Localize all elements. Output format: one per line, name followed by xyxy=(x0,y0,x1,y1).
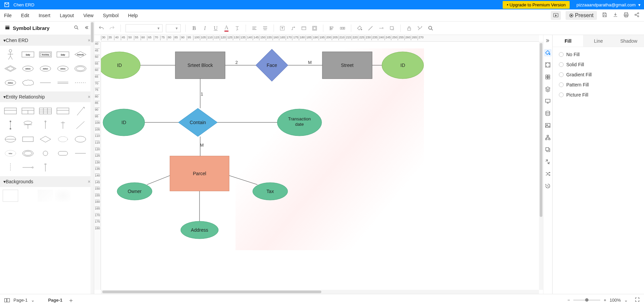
shape-hline[interactable] xyxy=(73,147,88,159)
shape-weak-entity[interactable]: Weak Entity xyxy=(38,48,53,61)
save-icon[interactable] xyxy=(602,12,608,19)
menu-help[interactable]: Help xyxy=(128,13,138,18)
shape-relationship[interactable]: Relationship xyxy=(73,48,88,61)
shape-multi-attribute[interactable] xyxy=(73,63,88,75)
share-icon[interactable] xyxy=(634,12,640,19)
menu-insert[interactable]: Insert xyxy=(39,13,50,18)
container-icon[interactable] xyxy=(300,25,308,32)
font-size-combo[interactable]: ▾ xyxy=(166,24,181,32)
undo-icon[interactable] xyxy=(98,25,105,32)
zoom-slider[interactable] xyxy=(573,300,600,301)
shape-entity[interactable]: Entity xyxy=(20,48,36,61)
fill-bucket-icon[interactable] xyxy=(356,25,363,32)
expand-icon[interactable] xyxy=(544,37,551,44)
dimensions-panel-icon[interactable] xyxy=(544,146,551,153)
shape-line-dash[interactable] xyxy=(73,77,88,89)
tree-panel-icon[interactable] xyxy=(544,134,551,141)
shape-attribute3[interactable]: Attribute xyxy=(55,63,71,75)
tab-shadow[interactable]: Shadow xyxy=(614,35,644,47)
shape-derived[interactable]: Derived xyxy=(3,147,18,159)
shape-table3[interactable] xyxy=(38,105,53,117)
clear-format-icon[interactable] xyxy=(234,25,241,32)
insert-icon[interactable] xyxy=(311,25,318,32)
tab-fill[interactable]: Fill xyxy=(553,35,583,47)
fill-option-gradient[interactable]: Gradient Fill xyxy=(559,72,638,77)
fill-option-solid[interactable]: Solid Fill xyxy=(559,62,638,67)
shape-rounded[interactable] xyxy=(55,147,71,159)
zoom-out-button[interactable]: − xyxy=(568,298,570,303)
layers-panel-icon[interactable] xyxy=(544,85,551,93)
shape-attribute4[interactable]: Attribute xyxy=(3,77,18,89)
align-objects-icon[interactable] xyxy=(328,25,335,32)
bg-thumb-1[interactable] xyxy=(3,190,18,202)
image-panel-icon[interactable] xyxy=(544,122,551,129)
shape-ellipse[interactable] xyxy=(73,133,88,145)
shape-line2[interactable] xyxy=(55,77,71,89)
shape-circle[interactable] xyxy=(38,147,53,159)
shape-vdash[interactable] xyxy=(3,161,18,174)
shape-conn-dot[interactable] xyxy=(20,161,36,174)
shape-table2[interactable] xyxy=(20,105,36,117)
close-icon[interactable]: × xyxy=(88,38,91,43)
category-backgrounds[interactable]: ▾ Backgrounds × xyxy=(0,176,94,187)
zoom-in-button[interactable]: + xyxy=(604,298,606,303)
collapse-icon[interactable] xyxy=(84,25,89,31)
shadow-icon[interactable] xyxy=(388,25,396,32)
distribute-icon[interactable] xyxy=(339,25,346,32)
menu-edit[interactable]: Edit xyxy=(21,13,29,18)
lock-icon[interactable] xyxy=(405,25,413,32)
text-tool-icon[interactable]: T xyxy=(279,25,286,32)
connector-icon[interactable] xyxy=(289,25,297,32)
close-icon[interactable]: × xyxy=(88,94,91,100)
shape-weak[interactable] xyxy=(55,133,71,145)
tab-line[interactable]: Line xyxy=(583,35,613,47)
fill-option-picture[interactable]: Picture Fill xyxy=(559,92,638,98)
shuffle-panel-icon[interactable] xyxy=(544,170,551,178)
page-select[interactable]: Page-1 ⌄ xyxy=(4,298,35,303)
underline-icon[interactable]: U xyxy=(212,25,219,32)
italic-icon[interactable]: I xyxy=(201,25,209,32)
shape-one[interactable] xyxy=(38,119,53,131)
history-panel-icon[interactable] xyxy=(544,182,551,190)
shape-entity2[interactable]: Entity xyxy=(55,48,71,61)
fill-option-pattern[interactable]: Pattern Fill xyxy=(559,82,638,87)
data-panel-icon[interactable] xyxy=(544,110,551,117)
shape-crows-foot[interactable] xyxy=(20,119,36,131)
search-icon[interactable] xyxy=(74,25,79,31)
shape-attribute[interactable]: Attribute xyxy=(20,63,36,75)
shape-many[interactable] xyxy=(55,119,71,131)
present-panel-icon[interactable] xyxy=(544,98,551,105)
menu-file[interactable]: File xyxy=(4,13,12,18)
find-icon[interactable] xyxy=(427,25,434,32)
close-icon[interactable]: × xyxy=(88,179,91,184)
font-family-combo[interactable]: ▾ xyxy=(126,24,163,32)
shape-attribute2[interactable]: Attribute xyxy=(38,63,53,75)
shape-table1[interactable] xyxy=(3,105,18,117)
bg-thumb-5[interactable] xyxy=(73,190,88,202)
fill-panel-icon[interactable] xyxy=(544,49,551,56)
page-tab[interactable]: Page-1 xyxy=(48,298,63,303)
redo-icon[interactable] xyxy=(108,25,116,32)
shape-conn-diag[interactable] xyxy=(73,119,88,131)
user-menu[interactable]: pizzaaandparatha@gmail.com ▾ xyxy=(576,2,641,7)
shape-conn-arrow[interactable] xyxy=(73,105,88,117)
fill-option-no-fill[interactable]: No Fill xyxy=(559,52,638,57)
tools-icon[interactable] xyxy=(416,25,424,32)
bg-thumb-2[interactable] xyxy=(20,190,36,202)
menu-symbol[interactable]: Symbol xyxy=(103,13,119,18)
font-color-icon[interactable]: A xyxy=(223,25,230,32)
bold-icon[interactable]: B xyxy=(190,25,198,32)
shape-weak-relationship[interactable] xyxy=(3,63,18,75)
align-v-icon[interactable] xyxy=(261,25,269,32)
upgrade-button[interactable]: • Upgrade to Premium Version xyxy=(503,1,570,9)
shape-ellipse-half[interactable] xyxy=(3,133,18,145)
print-icon[interactable] xyxy=(623,12,629,19)
chevron-down-icon[interactable]: ⌄ xyxy=(624,298,628,303)
menu-layout[interactable]: Layout xyxy=(60,13,74,18)
present-button[interactable]: Present xyxy=(566,11,597,20)
menu-view[interactable]: View xyxy=(83,13,94,18)
grid-panel-icon[interactable] xyxy=(544,73,551,81)
position-panel-icon[interactable] xyxy=(544,158,551,165)
shape-vert-line[interactable] xyxy=(3,119,18,131)
stroke-icon[interactable] xyxy=(367,25,374,32)
